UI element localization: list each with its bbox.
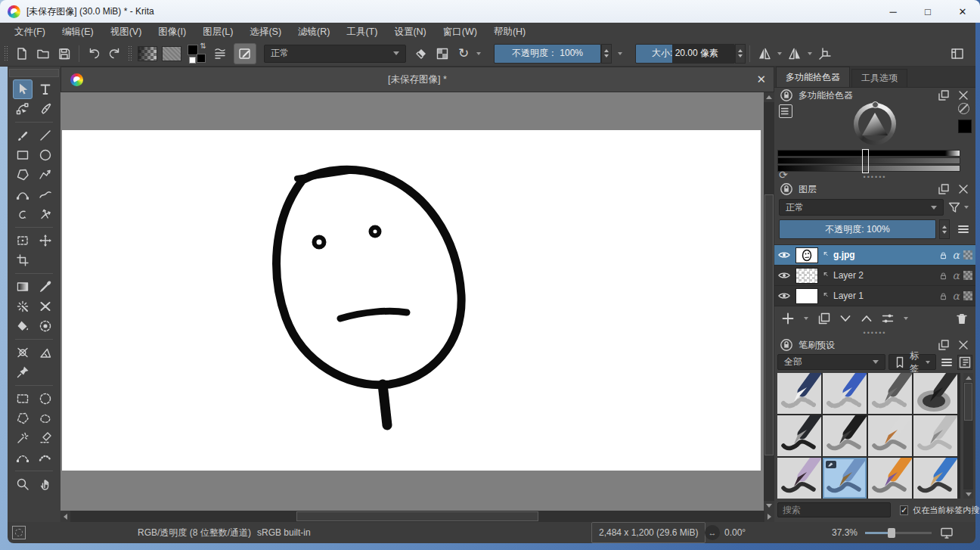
vertical-scrollbar[interactable] bbox=[764, 92, 774, 511]
mirror-horizontal-button[interactable] bbox=[754, 43, 775, 64]
value-bar[interactable] bbox=[777, 157, 960, 164]
current-color-swatch[interactable] bbox=[958, 120, 972, 133]
scroll-down-button[interactable] bbox=[764, 501, 774, 511]
tool-freehand-brush[interactable] bbox=[13, 126, 33, 145]
tool-bezier-curve[interactable] bbox=[13, 185, 33, 204]
pattern-swatch-button[interactable] bbox=[162, 46, 181, 61]
dropdown-arrow-icon[interactable] bbox=[804, 317, 808, 320]
tool-select-bezier[interactable] bbox=[13, 448, 33, 468]
menu-图层L[interactable]: 图层(L) bbox=[194, 23, 241, 41]
tool-select-similar[interactable] bbox=[36, 428, 55, 448]
zoom-slider-handle[interactable] bbox=[888, 528, 895, 538]
tool-color-sampler[interactable] bbox=[36, 277, 55, 297]
tool-pattern-edit[interactable] bbox=[13, 297, 33, 316]
dropdown-arrow-icon[interactable] bbox=[777, 52, 782, 55]
tool-assistants[interactable] bbox=[13, 343, 33, 362]
tool-move[interactable] bbox=[36, 231, 55, 250]
brush-search-input[interactable] bbox=[777, 502, 891, 517]
close-button[interactable]: ✕ bbox=[945, 0, 980, 23]
redo-button[interactable] bbox=[104, 43, 126, 64]
dropdown-arrow-icon[interactable] bbox=[476, 52, 481, 55]
maximize-button[interactable]: □ bbox=[910, 0, 945, 23]
close-docker-icon[interactable] bbox=[956, 337, 971, 353]
menu-设置N[interactable]: 设置(N) bbox=[386, 23, 434, 41]
move-layer-down-button[interactable] bbox=[838, 311, 853, 326]
scroll-right-button[interactable] bbox=[764, 511, 774, 522]
eraser-mode-button[interactable] bbox=[411, 43, 432, 64]
brush-scrollbar[interactable] bbox=[963, 373, 973, 499]
swap-colors-icon[interactable]: ⇅ bbox=[200, 42, 206, 50]
brush-composite-button[interactable] bbox=[209, 43, 231, 64]
tool-rectangle[interactable] bbox=[13, 145, 33, 165]
brush-preset-airbrush-soft[interactable] bbox=[913, 373, 957, 414]
menu-编辑E[interactable]: 编辑(E) bbox=[54, 23, 102, 41]
refresh-colors-icon[interactable]: ⟳ bbox=[779, 169, 788, 181]
dropdown-arrow-icon[interactable] bbox=[618, 52, 622, 55]
layer-row-g.jpg[interactable]: g.jpgα bbox=[774, 245, 975, 266]
tool-select-rectangular[interactable] bbox=[13, 389, 33, 409]
preserve-alpha-button[interactable] bbox=[432, 43, 453, 64]
tool-gradient[interactable] bbox=[13, 277, 33, 297]
horizontal-scrollbar-thumb[interactable] bbox=[296, 511, 539, 521]
reset-colors-swatch[interactable] bbox=[189, 57, 196, 64]
vertical-scrollbar-thumb[interactable] bbox=[764, 194, 774, 455]
image-dimensions-status[interactable]: 2,484 x 1,200 (29.6 MiB) bbox=[591, 522, 706, 543]
brush-preset-pencil-blue[interactable] bbox=[913, 458, 957, 499]
reload-preset-button[interactable]: ↻ bbox=[453, 43, 474, 64]
layer-filter-button[interactable] bbox=[947, 200, 971, 215]
lock-docker-icon[interactable] bbox=[779, 182, 794, 197]
gradient-swatch-button[interactable] bbox=[138, 46, 157, 61]
brush-size-slider[interactable]: 大小: 20.00 像素 bbox=[635, 44, 735, 64]
tool-reference-images[interactable] bbox=[13, 362, 33, 382]
float-docker-icon[interactable] bbox=[936, 88, 951, 103]
tool-edit-shapes[interactable] bbox=[13, 99, 33, 119]
menu-工具T[interactable]: 工具(T) bbox=[338, 23, 386, 41]
close-docker-icon[interactable] bbox=[956, 88, 971, 103]
undo-button[interactable] bbox=[83, 43, 104, 64]
layer-name[interactable]: Layer 2 bbox=[833, 270, 935, 281]
tool-select-magnetic[interactable] bbox=[36, 448, 55, 468]
toolbox-titlebar[interactable] bbox=[9, 69, 59, 77]
mirror-vertical-button[interactable] bbox=[784, 43, 805, 64]
subwindow-titlebar[interactable]: [未保存图像] * ✕ bbox=[60, 67, 774, 92]
tool-pan[interactable] bbox=[36, 474, 55, 494]
brush-tag-filter-select[interactable]: 全部 bbox=[777, 354, 885, 370]
layer-alpha-lock-icon[interactable]: α bbox=[953, 269, 960, 281]
brush-preset-detail-brush-orange[interactable] bbox=[868, 458, 912, 499]
color-wheel[interactable] bbox=[854, 103, 896, 145]
dropdown-arrow-icon[interactable] bbox=[808, 52, 812, 55]
brush-view-menu-icon[interactable] bbox=[939, 355, 954, 370]
workspace-chooser-button[interactable] bbox=[947, 43, 968, 64]
tool-crop[interactable] bbox=[13, 250, 33, 270]
layer-opacity-spinner[interactable] bbox=[939, 219, 950, 239]
layer-visibility-eye-icon[interactable] bbox=[776, 288, 792, 303]
canvas-viewport[interactable] bbox=[60, 92, 774, 511]
layer-thumbnail[interactable] bbox=[795, 288, 818, 304]
layer-options-menu-icon[interactable] bbox=[956, 222, 971, 237]
brush-preset-ink-pen-rough[interactable] bbox=[777, 415, 821, 456]
color-triangle[interactable] bbox=[862, 113, 888, 135]
tag-button[interactable]: 标签 bbox=[889, 354, 936, 370]
menu-选择S[interactable]: 选择(S) bbox=[241, 23, 290, 41]
layer-inherit-alpha-icon[interactable] bbox=[963, 291, 972, 300]
value-bar[interactable] bbox=[777, 150, 960, 157]
panel-resize-handle[interactable]: •••••• bbox=[774, 331, 975, 337]
layer-lock-icon[interactable] bbox=[938, 270, 949, 281]
open-document-button[interactable] bbox=[33, 43, 54, 64]
value-bar-handle[interactable] bbox=[862, 149, 869, 173]
panel-resize-handle[interactable]: •••••• bbox=[774, 175, 975, 182]
layer-thumbnail[interactable] bbox=[795, 247, 818, 263]
tool-text[interactable] bbox=[36, 79, 55, 99]
color-wheel-marker[interactable] bbox=[872, 101, 879, 108]
layer-lock-icon[interactable] bbox=[938, 250, 949, 261]
fit-to-screen-icon[interactable] bbox=[939, 525, 954, 540]
opacity-spinner[interactable] bbox=[601, 44, 612, 64]
brush-preset-eraser-big-soft[interactable] bbox=[868, 373, 912, 414]
layer-visibility-eye-icon[interactable] bbox=[776, 268, 792, 283]
layer-name[interactable]: Layer 1 bbox=[833, 291, 935, 301]
tool-select-polygonal[interactable] bbox=[13, 409, 33, 428]
tool-enclose-fill[interactable] bbox=[36, 316, 55, 336]
layer-blending-mode-select[interactable]: 正常 bbox=[779, 199, 944, 216]
selection-status[interactable] bbox=[12, 522, 26, 543]
tab-tool-options[interactable]: 工具选项 bbox=[851, 69, 907, 87]
